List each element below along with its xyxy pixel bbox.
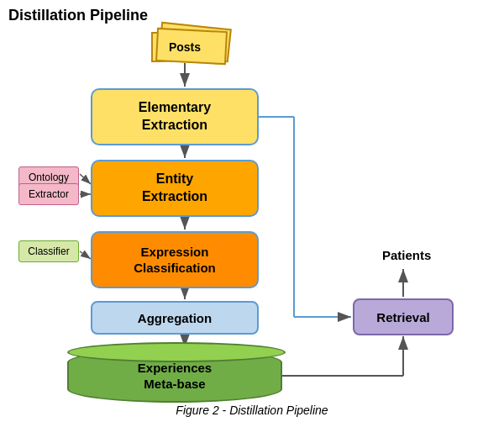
entity-label: EntityExtraction — [142, 171, 207, 206]
posts-label: Posts — [169, 40, 201, 54]
ontology-label: Ontology — [29, 171, 69, 183]
retrieval-label: Retrieval — [376, 310, 429, 324]
page-title: Distillation Pipeline — [8, 7, 148, 24]
diagram-container: Distillation Pipeline — [0, 0, 504, 422]
figure-caption: Figure 2 - Distillation Pipeline — [0, 404, 504, 417]
extractor-label: Extractor — [29, 188, 69, 200]
elementary-extraction-box: ElementaryExtraction — [91, 88, 259, 145]
experiences-label: ExperiencesMeta-base — [138, 360, 212, 393]
aggregation-box: Aggregation — [91, 301, 259, 335]
svg-line-13 — [80, 251, 91, 259]
posts-box: Posts — [151, 32, 218, 62]
aggregation-label: Aggregation — [138, 311, 212, 325]
expression-classification-box: ExpressionClassification — [91, 231, 259, 288]
retrieval-box: Retrieval — [353, 298, 454, 335]
expression-label: ExpressionClassification — [134, 244, 216, 277]
svg-line-11 — [80, 174, 91, 184]
experiences-box: ExperiencesMeta-base — [67, 349, 282, 403]
entity-extraction-box: EntityExtraction — [91, 160, 259, 217]
classifier-box: Classifier — [18, 240, 79, 262]
classifier-label: Classifier — [28, 245, 69, 257]
extractor-box: Extractor — [18, 183, 79, 205]
patients-label: Patients — [382, 248, 431, 262]
elementary-label: ElementaryExtraction — [139, 99, 211, 135]
